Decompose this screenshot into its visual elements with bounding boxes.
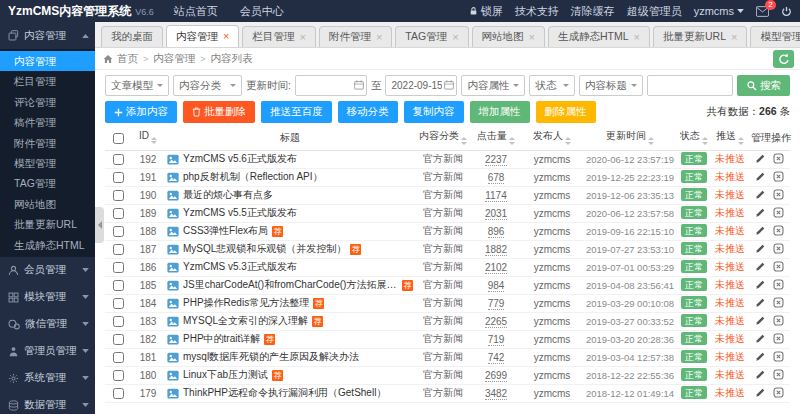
delete-attribute-button[interactable]: 删除属性	[536, 101, 596, 123]
edit-icon[interactable]	[755, 315, 766, 326]
date-from-input[interactable]	[295, 75, 367, 96]
push-status[interactable]: 未推送	[715, 369, 745, 380]
push-to-baidu-button[interactable]: 推送至百度	[261, 101, 332, 123]
sort-icon[interactable]	[738, 134, 744, 148]
sort-icon[interactable]	[509, 134, 515, 148]
push-status[interactable]: 未推送	[715, 189, 745, 200]
close-tab-icon[interactable]: ×	[299, 32, 305, 43]
delete-icon[interactable]	[773, 243, 784, 254]
row-checkbox[interactable]	[113, 154, 124, 165]
edit-icon[interactable]	[755, 207, 766, 218]
sidebar-group-微信管理[interactable]: 微信管理	[0, 311, 95, 338]
edit-icon[interactable]	[755, 225, 766, 236]
row-clicks[interactable]: 1174	[485, 190, 507, 202]
copy-content-button[interactable]: 复制内容	[404, 101, 464, 123]
edit-icon[interactable]	[755, 351, 766, 362]
close-tab-icon[interactable]: ×	[529, 32, 535, 43]
clear-cache-link[interactable]: 清除缓存	[571, 4, 615, 19]
delete-icon[interactable]	[773, 189, 784, 200]
row-checkbox[interactable]	[113, 190, 124, 201]
content-title-link[interactable]: ThinkPHP远程命令执行漏洞利用（GetShell）	[183, 386, 386, 400]
sidebar-item-网站地图[interactable]: 网站地图	[0, 194, 95, 214]
breadcrumb-home[interactable]: 首页	[117, 52, 138, 66]
tab-批量更新URL[interactable]: 批量更新URL×	[653, 26, 747, 47]
content-title-link[interactable]: 最近的烦心事有点多	[183, 188, 273, 202]
keyword-input[interactable]	[647, 75, 733, 96]
row-checkbox[interactable]	[113, 262, 124, 273]
tab-生成静态HTML[interactable]: 生成静态HTML×	[548, 26, 650, 47]
content-title-link[interactable]: MYSQL全文索引的深入理解	[183, 314, 308, 328]
content-title-link[interactable]: CSS3弹性Flex布局	[183, 224, 268, 238]
delete-icon[interactable]	[773, 153, 784, 164]
edit-icon[interactable]	[755, 387, 766, 398]
push-status[interactable]: 未推送	[715, 171, 745, 182]
content-title-link[interactable]: MySQL悲观锁和乐观锁（并发控制）	[183, 242, 346, 256]
move-category-button[interactable]: 移动分类	[338, 101, 398, 123]
sidebar-group-模块管理[interactable]: 模块管理	[0, 284, 95, 311]
content-title-link[interactable]: YzmCMS v5.5正式版发布	[183, 206, 297, 220]
sidebar-group-系统管理[interactable]: 系统管理	[0, 365, 95, 392]
tab-TAG管理[interactable]: TAG管理×	[395, 26, 468, 47]
messages-button[interactable]: 2	[756, 6, 769, 17]
edit-icon[interactable]	[755, 243, 766, 254]
delete-icon[interactable]	[773, 171, 784, 182]
sidebar-item-模型管理[interactable]: 模型管理	[0, 153, 95, 173]
close-tab-icon[interactable]: ×	[223, 31, 229, 42]
push-status[interactable]: 未推送	[715, 153, 745, 164]
status-select[interactable]: 状态	[529, 75, 575, 96]
delete-icon[interactable]	[773, 207, 784, 218]
category-select[interactable]: 内容分类	[173, 75, 242, 96]
row-clicks[interactable]: 3482	[485, 388, 507, 400]
batch-delete-button[interactable]: 批量删除	[183, 101, 255, 123]
row-clicks[interactable]: 896	[488, 226, 505, 238]
row-clicks[interactable]: 742	[488, 352, 505, 364]
push-status[interactable]: 未推送	[715, 225, 745, 236]
content-title-link[interactable]: PHP操作Redis常见方法整理	[183, 296, 309, 310]
lock-screen-button[interactable]: 锁屏	[469, 4, 503, 19]
delete-icon[interactable]	[773, 387, 784, 398]
row-clicks[interactable]: 2265	[485, 316, 507, 328]
tab-内容管理[interactable]: 内容管理×	[166, 25, 239, 47]
close-tab-icon[interactable]: ×	[731, 32, 737, 43]
sidebar-group-会员管理[interactable]: 会员管理	[0, 257, 95, 284]
model-select[interactable]: 文章模型	[105, 75, 169, 96]
sort-icon[interactable]	[151, 134, 157, 148]
edit-icon[interactable]	[755, 153, 766, 164]
push-status[interactable]: 未推送	[715, 207, 745, 218]
sort-icon[interactable]	[648, 134, 654, 148]
tab-网站地图[interactable]: 网站地图×	[472, 26, 545, 47]
search-field-select[interactable]: 内容标题	[579, 75, 643, 96]
delete-icon[interactable]	[773, 369, 784, 380]
sort-icon[interactable]	[565, 134, 571, 148]
sidebar-item-生成静态HTML[interactable]: 生成静态HTML	[0, 235, 95, 255]
sidebar-item-栏目管理[interactable]: 栏目管理	[0, 71, 95, 91]
row-checkbox[interactable]	[113, 208, 124, 219]
close-tab-icon[interactable]: ×	[376, 32, 382, 43]
sidebar-item-批量更新URL[interactable]: 批量更新URL	[0, 214, 95, 234]
content-title-link[interactable]: YzmCMS v5.3正式版发布	[183, 260, 297, 274]
content-title-link[interactable]: Linux下ab压力测试	[183, 368, 268, 382]
row-clicks[interactable]: 2102	[485, 262, 507, 274]
edit-icon[interactable]	[755, 279, 766, 290]
sidebar-item-TAG管理[interactable]: TAG管理	[0, 173, 95, 193]
row-clicks[interactable]: 2699	[485, 370, 507, 382]
delete-icon[interactable]	[773, 333, 784, 344]
close-tab-icon[interactable]: ×	[452, 32, 458, 43]
content-title-link[interactable]: JS里charCodeAt()和fromCharCode()方法拓展应用：加密与…	[183, 278, 398, 292]
edit-icon[interactable]	[755, 171, 766, 182]
row-checkbox[interactable]	[113, 244, 124, 255]
push-status[interactable]: 未推送	[715, 351, 745, 362]
sort-icon[interactable]	[461, 134, 467, 148]
delete-icon[interactable]	[773, 279, 784, 290]
select-all-checkbox[interactable]	[113, 133, 124, 144]
add-attribute-button[interactable]: 增加属性	[470, 101, 530, 123]
row-clicks[interactable]: 1882	[485, 244, 507, 256]
nav-link-site-home[interactable]: 站点首页	[174, 4, 218, 19]
row-checkbox[interactable]	[113, 370, 124, 381]
sidebar-group-数据管理[interactable]: 数据管理	[0, 392, 95, 414]
push-status[interactable]: 未推送	[715, 261, 745, 272]
content-title-link[interactable]: PHP中的trait详解	[183, 332, 260, 346]
row-checkbox[interactable]	[113, 226, 124, 237]
tab-附件管理[interactable]: 附件管理×	[319, 26, 392, 47]
content-title-link[interactable]: YzmCMS v5.6正式版发布	[183, 152, 297, 166]
